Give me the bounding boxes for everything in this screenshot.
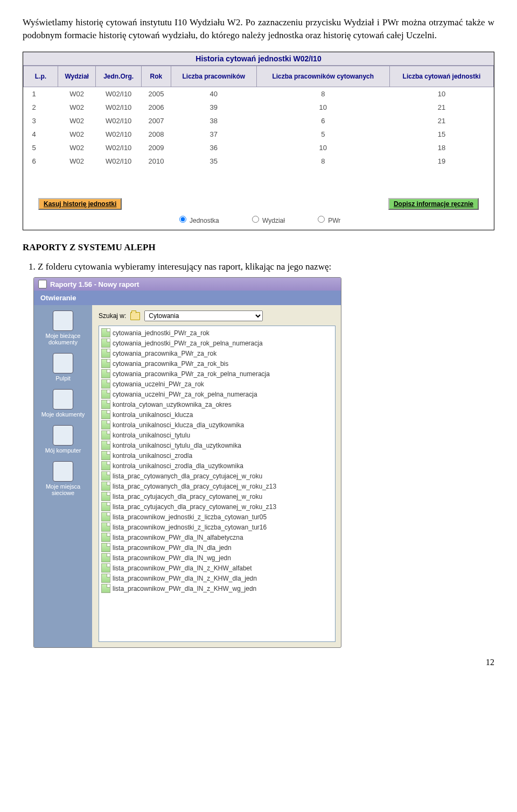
- dialog-title: Raporty 1.56 - Nowy raport: [50, 280, 139, 288]
- file-item[interactable]: cytowania_uczelni_PWr_za_rok: [101, 379, 333, 389]
- file-item[interactable]: cytowania_pracownika_PWr_za_rok: [101, 348, 333, 358]
- place-item[interactable]: Mój komputer: [34, 425, 92, 454]
- table-row: 4W02W02/I10200837515: [24, 128, 494, 141]
- report-file-icon: [101, 420, 110, 429]
- report-file-icon: [101, 451, 110, 460]
- report-file-icon: [101, 482, 110, 491]
- file-item[interactable]: cytowania_pracownika_PWr_za_rok_pelna_nu…: [101, 369, 333, 379]
- table-row: 1W02W02/I10200540810: [24, 87, 494, 101]
- file-item[interactable]: cytowania_pracownika_PWr_za_rok_bis: [101, 358, 333, 369]
- open-dialog-figure: Raporty 1.56 - Nowy raport Otwieranie Mo…: [23, 277, 494, 648]
- report-file-icon: [101, 369, 110, 378]
- page-number: 12: [23, 658, 494, 667]
- report-file-icon: [101, 543, 110, 552]
- scope-radio[interactable]: Wydział: [249, 217, 285, 224]
- table-row: 5W02W02/I102009361018: [24, 141, 494, 154]
- column-header: Rok: [141, 66, 171, 87]
- file-list[interactable]: cytowania_jednostki_PWr_za_rokcytowania_…: [99, 326, 336, 642]
- report-file-icon: [101, 461, 110, 470]
- file-item[interactable]: lista_pracownikow_PWr_dla_IN_z_KHW_wg_je…: [101, 583, 333, 594]
- file-item[interactable]: lista_pracownikow_jednostki_z_liczba_cyt…: [101, 522, 333, 532]
- file-item[interactable]: lista_pracownikow_PWr_dla_IN_z_KHW_alfab…: [101, 563, 333, 573]
- report-file-icon: [101, 379, 110, 389]
- report-file-icon: [101, 471, 110, 481]
- citation-grid-figure: Historia cytowań jednostki W02/I10 L.p.W…: [23, 52, 494, 230]
- add-manual-button[interactable]: Dopisz informacje ręcznie: [388, 198, 479, 210]
- citation-table: L.p.WydziałJedn.Org.RokLiczba pracownikó…: [23, 66, 494, 168]
- dialog-titlebar: Raporty 1.56 - Nowy raport: [34, 278, 341, 291]
- column-header: Liczba cytowań jednostki: [389, 66, 493, 87]
- report-file-icon: [101, 563, 110, 573]
- file-item[interactable]: kontrola_unikalnosci_tytulu: [101, 430, 333, 440]
- column-header: Liczba pracowników: [171, 66, 256, 87]
- file-item[interactable]: kontrola_unikalnosci_zrodla_dla_uzytkown…: [101, 461, 333, 471]
- report-file-icon: [101, 502, 110, 511]
- file-item[interactable]: kontrola_cytowan_uzytkownika_za_okres: [101, 399, 333, 409]
- scope-radio[interactable]: PWr: [315, 217, 340, 224]
- file-item[interactable]: lista_pracownikow_PWr_dla_IN_alfabetyczn…: [101, 532, 333, 542]
- table-row: 6W02W02/I10201035819: [24, 154, 494, 168]
- file-item[interactable]: lista_prac_cytujacych_dla_pracy_cytowane…: [101, 491, 333, 502]
- place-item[interactable]: Pulpit: [34, 353, 92, 382]
- report-file-icon: [101, 522, 110, 532]
- place-icon: [53, 310, 73, 331]
- file-item[interactable]: lista_pracownikow_PWr_dla_IN_dla_jedn: [101, 542, 333, 553]
- app-icon: [38, 280, 47, 288]
- file-item[interactable]: lista_prac_cytujacych_dla_pracy_cytowane…: [101, 502, 333, 512]
- place-item[interactable]: Moje miejsca sieciowe: [34, 461, 92, 496]
- file-item[interactable]: kontrola_unikalnosci_klucza_dla_uzytkown…: [101, 420, 333, 430]
- lookin-select[interactable]: Cytowania: [144, 310, 263, 321]
- report-file-icon: [101, 430, 110, 440]
- file-item[interactable]: kontrola_unikalnosci_zrodla: [101, 450, 333, 461]
- scope-radio[interactable]: Jednostka: [177, 217, 219, 224]
- report-file-icon: [101, 359, 110, 368]
- report-file-icon: [101, 584, 110, 593]
- report-file-icon: [101, 492, 110, 501]
- table-row: 3W02W02/I10200738621: [24, 114, 494, 128]
- folder-icon: [130, 312, 140, 320]
- report-file-icon: [101, 400, 110, 409]
- file-item[interactable]: lista_prac_cytowanych_dla_pracy_cytujace…: [101, 481, 333, 491]
- column-header: Liczba pracowników cytowanych: [256, 66, 389, 87]
- column-header: Wydział: [58, 66, 96, 87]
- file-item[interactable]: lista_pracownikow_PWr_dla_IN_z_KHW_dla_j…: [101, 573, 333, 583]
- place-icon: [53, 353, 73, 373]
- report-file-icon: [101, 553, 110, 562]
- report-file-icon: [101, 410, 110, 419]
- file-item[interactable]: lista_prac_cytowanych_dla_pracy_cytujace…: [101, 471, 333, 481]
- file-item[interactable]: cytowania_jednostki_PWr_za_rok_pelna_num…: [101, 338, 333, 348]
- report-file-icon: [101, 328, 110, 337]
- dialog-header: Otwieranie: [34, 291, 341, 305]
- report-file-icon: [101, 574, 110, 583]
- file-item[interactable]: lista_pracownikow_jednostki_z_liczba_cyt…: [101, 512, 333, 522]
- places-bar: Moje bieżące dokumentyPulpitMoje dokumen…: [34, 305, 92, 647]
- place-icon: [53, 461, 73, 482]
- place-item[interactable]: Moje bieżące dokumenty: [34, 310, 92, 345]
- place-item[interactable]: Moje dokumenty: [34, 389, 92, 418]
- place-icon: [53, 389, 73, 409]
- lookin-label: Szukaj w:: [99, 312, 126, 320]
- file-item[interactable]: kontrola_unikalnosci_klucza: [101, 409, 333, 420]
- column-header: Jedn.Org.: [96, 66, 142, 87]
- file-item[interactable]: kontrola_unikalnosci_tytulu_dla_uzytkown…: [101, 440, 333, 450]
- report-file-icon: [101, 338, 110, 348]
- delete-history-button[interactable]: Kasuj historię jednostki: [38, 198, 122, 210]
- report-file-icon: [101, 512, 110, 521]
- place-icon: [53, 425, 73, 446]
- section-heading: RAPORTY Z SYSTEMU ALEPH: [23, 242, 494, 253]
- file-item[interactable]: cytowania_jednostki_PWr_za_rok: [101, 328, 333, 338]
- report-file-icon: [101, 349, 110, 358]
- intro-paragraph: Wyświetlamy historię cytowań instytutu I…: [23, 16, 494, 42]
- report-file-icon: [101, 390, 110, 399]
- file-item[interactable]: cytowania_uczelni_PWr_za_rok_pelna_numer…: [101, 389, 333, 399]
- step-1: Z folderu cytowania wybieramy interesują…: [38, 260, 494, 273]
- table-row: 2W02W02/I102006391021: [24, 101, 494, 114]
- report-file-icon: [101, 533, 110, 542]
- file-item[interactable]: lista_pracownikow_PWr_dla_IN_wg_jedn: [101, 553, 333, 563]
- grid-title: Historia cytowań jednostki W02/I10: [23, 52, 494, 66]
- column-header: L.p.: [24, 66, 58, 87]
- report-file-icon: [101, 441, 110, 450]
